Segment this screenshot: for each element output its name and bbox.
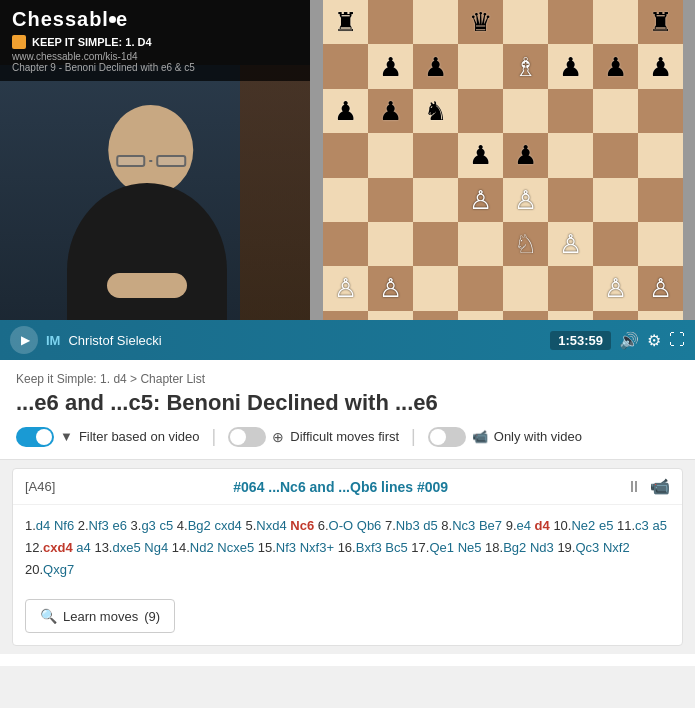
course-badge: KEEP IT SIMPLE: 1. d4 (12, 35, 298, 49)
chess-square-4-5 (548, 178, 593, 222)
chess-square-5-1 (368, 222, 413, 266)
chess-square-5-3 (458, 222, 503, 266)
chess-square-2-4 (503, 89, 548, 133)
chess-square-0-2 (413, 0, 458, 44)
chess-square-1-7: ♟ (638, 44, 683, 88)
filter-video-toggle[interactable] (16, 427, 54, 447)
chess-square-5-6 (593, 222, 638, 266)
chess-square-1-5: ♟ (548, 44, 593, 88)
difficult-label: Difficult moves first (290, 429, 399, 444)
chess-square-1-6: ♟ (593, 44, 638, 88)
settings-icon[interactable]: ⚙ (647, 331, 661, 350)
chess-square-5-5: ♙ (548, 222, 593, 266)
filter-divider-1: | (212, 426, 217, 447)
learn-moves-count: (9) (144, 609, 160, 624)
eco-badge: [A46] (25, 479, 55, 494)
fullscreen-icon[interactable]: ⛶ (669, 331, 685, 349)
video-overlay: Chessable KEEP IT SIMPLE: 1. d4 www.ches… (0, 0, 310, 81)
pause-button[interactable]: ⏸ (626, 478, 642, 496)
chess-board: ♜♛♜♟♟♗♟♟♟♟♟♞♟♟♙♙♘♙♙♙♙♙♖♔♖ (323, 0, 683, 355)
play-button[interactable]: ▶ (10, 326, 38, 354)
move-title[interactable]: #064 ...Nc6 and ...Qb6 lines #009 (233, 479, 448, 495)
volume-icon[interactable]: 🔊 (619, 331, 639, 350)
chess-square-3-4: ♟ (503, 133, 548, 177)
learn-icon: 🔍 (40, 608, 57, 624)
time-display: 1:53:59 (550, 331, 611, 350)
course-title: KEEP IT SIMPLE: 1. d4 (32, 36, 152, 48)
difficult-toggle-container: ⊕ Difficult moves first (228, 427, 399, 447)
chess-square-6-5 (548, 266, 593, 310)
difficult-knob (230, 429, 246, 445)
chess-square-1-1: ♟ (368, 44, 413, 88)
chess-square-2-3 (458, 89, 503, 133)
instructor-name: Christof Sielecki (68, 333, 161, 348)
video-only-icon: 📹 (472, 429, 488, 444)
chess-square-1-3 (458, 44, 503, 88)
filter-video-label: Filter based on video (79, 429, 200, 444)
chess-square-0-3: ♛ (458, 0, 503, 44)
filter-bar: ▼ Filter based on video | ⊕ Difficult mo… (16, 426, 679, 447)
bottom-padding (0, 654, 695, 666)
chess-square-4-7 (638, 178, 683, 222)
chess-square-1-4: ♗ (503, 44, 548, 88)
chess-square-5-2 (413, 222, 458, 266)
badge-icon (12, 35, 26, 49)
chess-square-1-0 (323, 44, 368, 88)
breadcrumb-section[interactable]: Chapter List (140, 372, 205, 386)
chess-square-6-0: ♙ (323, 266, 368, 310)
instructor-hands (107, 273, 187, 298)
chess-square-0-7: ♜ (638, 0, 683, 44)
chess-square-1-2: ♟ (413, 44, 458, 88)
bookshelf (240, 65, 310, 355)
chess-square-4-3: ♙ (458, 178, 503, 222)
chess-square-5-7 (638, 222, 683, 266)
instructor-video: Chessable KEEP IT SIMPLE: 1. d4 www.ches… (0, 0, 310, 355)
video-controls: ▶ IM Christof Sielecki 1:53:59 🔊 ⚙ ⛶ (0, 320, 695, 360)
move-header-right: ⏸ 📹 (626, 477, 670, 496)
breadcrumb-course[interactable]: Keep it Simple: 1. d4 (16, 372, 127, 386)
video-cam-button[interactable]: 📹 (650, 477, 670, 496)
chess-square-2-7 (638, 89, 683, 133)
moves-text: 1.d4 Nf6 2.Nf3 e6 3.g3 c5 4.Bg2 cxd4 5.N… (13, 505, 682, 591)
video-only-toggle[interactable] (428, 427, 466, 447)
video-section: Chessable KEEP IT SIMPLE: 1. d4 www.ches… (0, 0, 695, 360)
chess-square-6-7: ♙ (638, 266, 683, 310)
chess-square-2-6 (593, 89, 638, 133)
filter-divider-2: | (411, 426, 416, 447)
chess-square-3-0 (323, 133, 368, 177)
course-url: www.chessable.com/kis-1d4 (12, 51, 298, 62)
difficult-toggle[interactable] (228, 427, 266, 447)
chess-square-0-5 (548, 0, 593, 44)
logo: Chessable (12, 8, 298, 31)
chess-square-6-4 (503, 266, 548, 310)
chess-board-area: ♜♛♜♟♟♗♟♟♟♟♟♞♟♟♙♙♘♙♙♙♙♙♖♔♖ (310, 0, 695, 355)
move-header: [A46] #064 ...Nc6 and ...Qb6 lines #009 … (13, 469, 682, 505)
chess-square-2-0: ♟ (323, 89, 368, 133)
chess-square-5-0 (323, 222, 368, 266)
video-only-toggle-container: 📹 Only with video (428, 427, 582, 447)
learn-moves-button[interactable]: 🔍 Learn moves (9) (25, 599, 175, 633)
instructor-prefix: IM (46, 333, 60, 348)
instructor-head (108, 105, 193, 195)
chess-square-4-1 (368, 178, 413, 222)
chess-square-0-0: ♜ (323, 0, 368, 44)
chess-square-2-2: ♞ (413, 89, 458, 133)
chess-square-2-5 (548, 89, 593, 133)
chess-square-0-1 (368, 0, 413, 44)
chess-square-6-6: ♙ (593, 266, 638, 310)
chess-square-6-2 (413, 266, 458, 310)
filter-dropdown-icon: ▼ (60, 429, 73, 444)
learn-moves-label: Learn moves (63, 609, 138, 624)
instructor-bg (0, 65, 310, 355)
toggle-knob (36, 429, 52, 445)
chess-square-6-3 (458, 266, 503, 310)
chess-square-6-1: ♙ (368, 266, 413, 310)
chess-square-3-7 (638, 133, 683, 177)
video-only-knob (430, 429, 446, 445)
chess-square-3-2 (413, 133, 458, 177)
chess-square-4-0 (323, 178, 368, 222)
chess-square-4-4: ♙ (503, 178, 548, 222)
course-chapter: Chapter 9 - Benoni Declined with e6 & c5 (12, 62, 298, 73)
difficult-icon: ⊕ (272, 429, 284, 445)
chess-square-3-6 (593, 133, 638, 177)
